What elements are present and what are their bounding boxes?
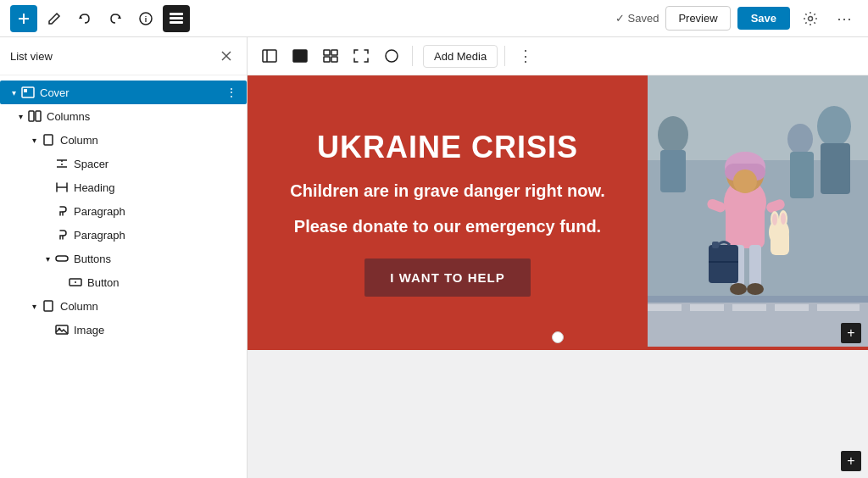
below-cover-area: +	[248, 350, 868, 384]
toggle-buttons[interactable]: ▾	[41, 252, 54, 265]
svg-rect-67	[648, 304, 682, 311]
edit-button[interactable]	[41, 5, 68, 32]
tree-item-button[interactable]: ▾ Button	[0, 270, 247, 294]
preview-button[interactable]: Preview	[665, 6, 730, 31]
sidebar-close-button[interactable]	[216, 46, 236, 66]
add-block-button[interactable]	[10, 5, 37, 32]
redo-button[interactable]	[102, 5, 129, 32]
sidebar: List view ▾ Cover ⋮ ▾	[0, 37, 248, 478]
info-button[interactable]: i	[132, 5, 159, 32]
cover-description: Please donate to our emergency fund.	[294, 214, 601, 238]
svg-rect-34	[331, 57, 337, 62]
cover-add-button[interactable]: +	[841, 323, 861, 343]
toolbar-left: i	[10, 5, 190, 32]
resize-handle[interactable]	[552, 331, 564, 343]
list-view-icon	[170, 13, 183, 25]
saved-label: Saved	[628, 12, 659, 25]
svg-point-9	[809, 16, 813, 20]
svg-rect-68	[690, 304, 724, 311]
sidebar-toggle-button[interactable]	[256, 42, 283, 69]
tree-item-spacer[interactable]: ▾ Spacer	[0, 152, 247, 175]
svg-rect-71	[817, 304, 860, 311]
block-view-icon	[292, 49, 308, 63]
fullscreen-icon	[353, 49, 369, 63]
fullscreen-button[interactable]	[348, 42, 375, 69]
svg-point-60	[772, 214, 777, 225]
column2-icon	[41, 298, 56, 314]
toggle-columns[interactable]: ▾	[14, 109, 27, 123]
svg-rect-31	[324, 50, 330, 55]
svg-rect-32	[331, 50, 337, 55]
svg-rect-62	[771, 231, 789, 255]
add-block-below-button[interactable]: +	[841, 451, 861, 471]
columns-icon	[27, 108, 42, 124]
svg-rect-30	[293, 50, 307, 62]
settings-button[interactable]	[797, 5, 824, 32]
button-icon	[68, 275, 83, 290]
tree-view: ▾ Cover ⋮ ▾ Columns ▾	[0, 75, 247, 478]
more-options-button[interactable]: ⋯	[831, 5, 858, 32]
paragraph2-label: Paragraph	[74, 229, 240, 242]
toolbar-separator2	[504, 46, 505, 66]
undo-button[interactable]	[71, 5, 98, 32]
cover-more-btn[interactable]: ⋮	[223, 84, 240, 101]
paragraph-icon	[54, 203, 70, 219]
toolbar-separator	[412, 46, 413, 66]
cover-photo	[648, 75, 868, 347]
svg-text:i: i	[145, 15, 147, 24]
save-button[interactable]: Save	[737, 7, 790, 30]
svg-point-49	[733, 170, 757, 193]
svg-point-35	[386, 50, 398, 62]
block-view-button[interactable]	[287, 42, 314, 69]
tree-item-image[interactable]: ▾ Image	[0, 318, 247, 342]
cover-subtitle: Children are in grave danger right now.	[290, 179, 605, 203]
svg-rect-64	[712, 242, 719, 248]
svg-rect-69	[732, 304, 766, 311]
svg-rect-12	[22, 87, 34, 97]
tree-item-paragraph2[interactable]: ▾ Paragraph	[0, 223, 247, 247]
canvas-content: UKRAINE CRISIS Children are in grave dan…	[248, 75, 868, 478]
svg-point-41	[817, 106, 851, 147]
toggle-column2[interactable]: ▾	[27, 299, 41, 313]
toggle-cover[interactable]: ▾	[7, 86, 20, 99]
spacer-label: Spacer	[74, 158, 240, 170]
gear-icon	[803, 11, 818, 26]
donate-button[interactable]: I WANT TO HELP	[364, 258, 530, 297]
tree-item-columns[interactable]: ▾ Columns	[0, 104, 247, 128]
tree-item-heading[interactable]: ▾ Heading	[0, 175, 247, 199]
svg-rect-28	[263, 50, 276, 62]
circle-button[interactable]	[378, 42, 405, 69]
svg-rect-6	[170, 13, 183, 15]
cover-label: Cover	[40, 86, 223, 99]
list-view-button[interactable]	[163, 5, 190, 32]
circle-icon	[384, 48, 399, 64]
svg-point-43	[787, 124, 813, 154]
saved-status: ✓ Saved	[615, 12, 659, 25]
svg-rect-25	[44, 301, 53, 311]
main-layout: List view ▾ Cover ⋮ ▾	[0, 37, 868, 478]
tree-item-buttons[interactable]: ▾ Buttons	[0, 247, 247, 270]
grid-view-button[interactable]	[317, 42, 344, 69]
paragraph2-icon	[54, 227, 70, 242]
tree-item-column2[interactable]: ▾ Column	[0, 294, 247, 318]
button-label: Button	[87, 276, 240, 289]
toggle-column1[interactable]: ▾	[27, 133, 41, 147]
tree-item-column1[interactable]: ▾ Column	[0, 128, 247, 152]
secondary-toolbar: Add Media ⋮	[248, 37, 868, 75]
svg-rect-7	[170, 17, 183, 19]
tree-item-cover[interactable]: ▾ Cover ⋮	[0, 81, 247, 104]
svg-point-54	[747, 283, 764, 295]
tree-item-paragraph1[interactable]: ▾ Paragraph	[0, 199, 247, 223]
more-icon: ⋮	[518, 47, 533, 65]
add-media-button[interactable]: Add Media	[423, 45, 498, 68]
canvas-area: Add Media ⋮ UKRAINE CRISIS Children are …	[248, 37, 868, 478]
svg-rect-40	[660, 150, 686, 192]
more-settings-button[interactable]: ⋮	[512, 42, 539, 69]
pencil-icon	[47, 12, 61, 25]
plus-icon	[18, 13, 30, 25]
cover-block[interactable]: UKRAINE CRISIS Children are in grave dan…	[248, 75, 868, 350]
main-toolbar: i ✓ Saved Preview Save ⋯	[0, 0, 868, 37]
list-view-title: List view	[10, 50, 53, 63]
ellipsis-icon: ⋯	[837, 9, 853, 28]
svg-rect-33	[324, 57, 330, 62]
